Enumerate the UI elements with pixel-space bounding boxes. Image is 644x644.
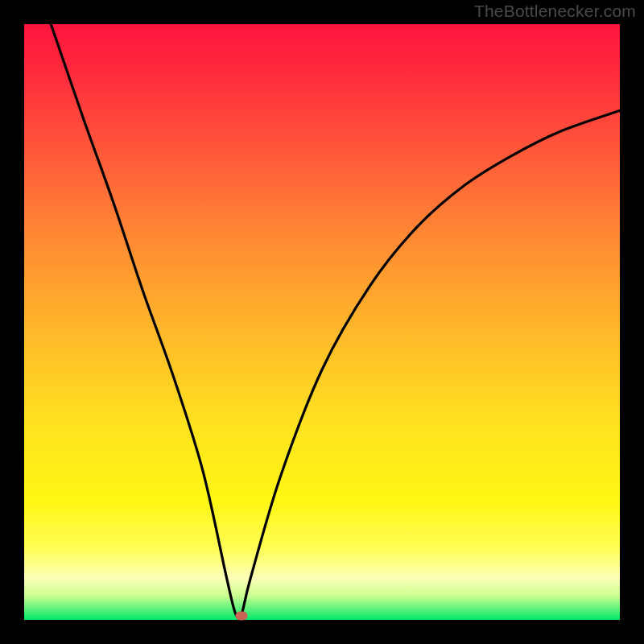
- bottleneck-curve: [24, 24, 620, 620]
- optimal-point-marker: [236, 611, 248, 620]
- attribution-text: TheBottlenecker.com: [474, 2, 636, 21]
- chart-frame: TheBottlenecker.com: [0, 0, 644, 644]
- plot-area: [24, 24, 620, 620]
